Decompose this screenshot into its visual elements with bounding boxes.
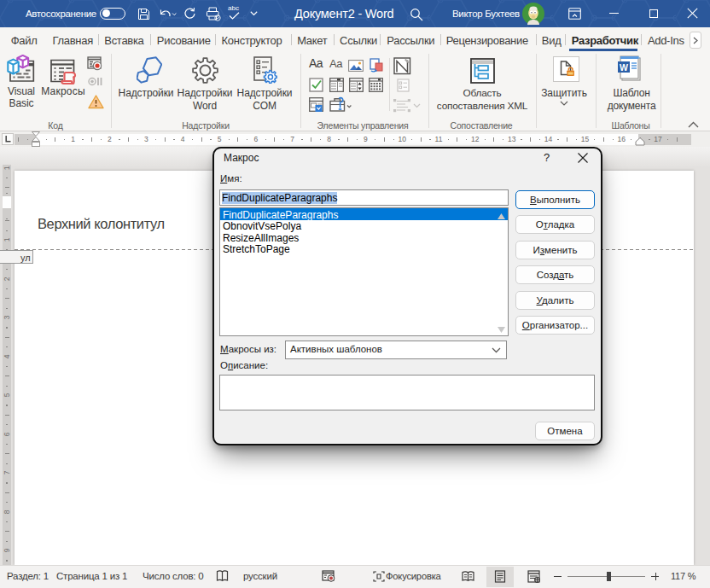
svg-text:W: W — [620, 62, 628, 73]
